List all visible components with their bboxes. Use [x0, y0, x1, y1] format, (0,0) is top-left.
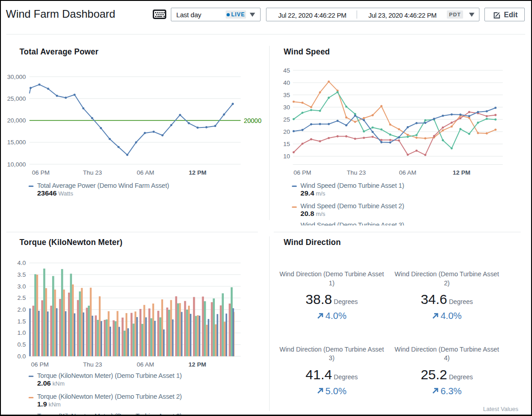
svg-text:06 AM: 06 AM	[137, 361, 154, 367]
svg-text:15,000: 15,000	[7, 139, 26, 146]
svg-text:Thu 23: Thu 23	[83, 361, 102, 367]
svg-text:10,000: 10,000	[7, 161, 26, 168]
svg-text:3.0: 3.0	[17, 283, 26, 290]
svg-text:0.5: 0.5	[17, 341, 26, 348]
svg-text:06 AM: 06 AM	[137, 169, 154, 176]
svg-text:1.5: 1.5	[17, 318, 26, 325]
svg-text:20: 20	[283, 128, 290, 135]
svg-text:12 PM: 12 PM	[453, 169, 470, 176]
svg-text:3.5: 3.5	[17, 271, 26, 278]
svg-text:Thu 23: Thu 23	[347, 169, 366, 176]
svg-text:40: 40	[283, 79, 290, 86]
svg-text:06 PM: 06 PM	[32, 169, 49, 176]
svg-text:2.5: 2.5	[17, 294, 26, 301]
svg-text:10: 10	[283, 153, 290, 160]
svg-text:06 PM: 06 PM	[31, 361, 48, 367]
svg-text:15: 15	[283, 141, 290, 147]
svg-text:30: 30	[283, 104, 290, 111]
svg-text:35: 35	[283, 92, 290, 98]
svg-text:45: 45	[283, 67, 290, 74]
svg-text:0.0: 0.0	[17, 353, 26, 360]
svg-text:12 PM: 12 PM	[189, 169, 206, 176]
svg-text:06 AM: 06 AM	[399, 169, 416, 176]
svg-text:30,000: 30,000	[7, 73, 26, 80]
svg-text:25: 25	[283, 116, 290, 123]
svg-text:2.0: 2.0	[17, 306, 26, 313]
svg-text:20000: 20000	[244, 117, 261, 124]
svg-text:12 PM: 12 PM	[189, 361, 206, 367]
svg-text:1.0: 1.0	[17, 329, 26, 336]
svg-text:4.0: 4.0	[17, 259, 26, 266]
svg-text:20,000: 20,000	[7, 117, 26, 124]
svg-text:25,000: 25,000	[7, 95, 26, 102]
svg-text:06 PM: 06 PM	[294, 169, 311, 176]
svg-text:Thu 23: Thu 23	[83, 169, 102, 176]
